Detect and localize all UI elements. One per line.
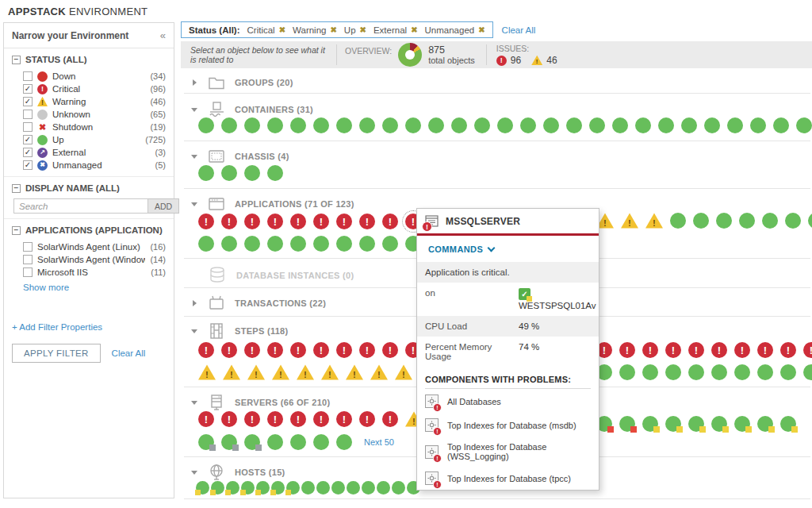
object-status-up-icon[interactable] — [290, 117, 306, 133]
object-status-up-icon[interactable] — [347, 481, 360, 495]
object-status-warning-icon[interactable] — [198, 364, 216, 380]
checkbox[interactable]: ✓ — [23, 148, 33, 157]
object-status-warning-icon[interactable] — [395, 364, 412, 380]
object-status-critical-icon[interactable] — [359, 411, 375, 427]
object-status-critical-icon[interactable] — [359, 214, 375, 229]
object-status-up-icon[interactable] — [267, 236, 283, 252]
collapse-icon[interactable] — [190, 329, 198, 333]
object-status-critical-icon[interactable] — [803, 342, 812, 358]
section-steps[interactable]: STEPS (118) — [181, 321, 289, 341]
object-status-critical-icon[interactable] — [244, 342, 260, 358]
next-50-link[interactable]: Next 50 — [364, 437, 394, 447]
object-status-critical-icon[interactable] — [267, 214, 283, 229]
object-status-critical-icon[interactable] — [711, 342, 727, 358]
section-transactions[interactable]: TRANSACTIONS (22) — [181, 294, 326, 312]
object-status-critical-icon[interactable] — [382, 342, 398, 358]
object-status-up-yellow-icon[interactable] — [780, 416, 796, 432]
add-filter-properties-link[interactable]: + Add Filter Properties — [12, 322, 102, 332]
status-filter-item-critical[interactable]: ✓!Critical(96) — [12, 83, 166, 95]
object-status-warning-icon[interactable] — [621, 213, 638, 229]
object-status-up-icon[interactable] — [316, 481, 330, 495]
checkbox[interactable] — [23, 110, 33, 119]
object-status-up-icon[interactable] — [520, 117, 536, 133]
object-status-up-icon[interactable] — [221, 165, 237, 181]
application-filter-item[interactable]: SolarWinds Agent (Windows)(14) — [12, 253, 166, 266]
display-name-title[interactable]: − DISPLAY NAME (ALL) — [12, 183, 166, 193]
object-status-up-icon[interactable] — [796, 117, 812, 133]
object-status-up-icon[interactable] — [198, 236, 214, 252]
status-filter-item-unmanaged[interactable]: ✓✖Unmanaged(5) — [12, 159, 166, 171]
object-status-up-icon[interactable] — [612, 117, 628, 133]
object-status-critical-icon[interactable] — [290, 214, 306, 229]
object-status-critical-icon[interactable] — [757, 342, 773, 358]
object-status-critical-icon[interactable] — [336, 411, 352, 427]
object-status-warning-icon[interactable] — [321, 364, 339, 380]
object-status-critical-icon[interactable] — [734, 342, 750, 358]
status-filter-item-warning[interactable]: ✓!Warning(46) — [12, 95, 166, 108]
object-status-warning-icon[interactable] — [223, 364, 240, 380]
object-status-critical-icon[interactable] — [336, 342, 352, 358]
checkbox[interactable]: ✓ — [23, 84, 33, 94]
object-status-up-icon[interactable] — [734, 364, 750, 380]
object-status-critical-icon[interactable] — [244, 411, 260, 427]
object-status-up-icon[interactable] — [543, 117, 559, 133]
object-status-up-icon[interactable] — [392, 481, 405, 495]
object-status-up-icon[interactable] — [780, 364, 796, 380]
object-status-up-yellow-left-icon[interactable] — [241, 481, 255, 495]
problem-component-item[interactable]: !Top Indexes for Database (msdb) — [417, 413, 599, 437]
checkbox[interactable]: ✓ — [23, 160, 33, 170]
object-status-up-icon[interactable] — [244, 236, 260, 252]
object-status-up-icon[interactable] — [704, 117, 720, 133]
object-status-warning-icon[interactable] — [645, 213, 663, 229]
object-status-up-icon[interactable] — [198, 117, 214, 133]
remove-chip-icon[interactable]: ✖ — [411, 25, 417, 34]
object-status-critical-icon[interactable] — [221, 411, 237, 427]
object-status-up-icon[interactable] — [336, 117, 352, 133]
object-status-critical-icon[interactable] — [221, 342, 237, 358]
show-more-link[interactable]: Show more — [23, 283, 69, 292]
object-status-up-icon[interactable] — [336, 236, 352, 252]
checkbox[interactable] — [23, 242, 33, 252]
object-status-up-icon[interactable] — [382, 236, 398, 252]
object-status-up-icon[interactable] — [688, 364, 704, 380]
object-status-up-icon[interactable] — [497, 117, 513, 133]
object-status-up-icon[interactable] — [301, 481, 315, 495]
status-section-title[interactable]: − STATUS (ALL) — [12, 55, 166, 64]
object-status-up-yellow-left-icon[interactable] — [256, 481, 270, 495]
object-status-up-icon[interactable] — [642, 364, 658, 380]
status-filter-item-shutdown[interactable]: ✖Shutdown(19) — [12, 121, 166, 133]
object-status-up-icon[interactable] — [711, 364, 727, 380]
object-status-up-icon[interactable] — [635, 117, 651, 133]
object-status-up-icon[interactable] — [762, 213, 778, 229]
object-status-up-icon[interactable] — [566, 117, 582, 133]
object-status-up-icon[interactable] — [619, 364, 635, 380]
object-status-up-icon[interactable] — [785, 213, 801, 229]
object-status-up-gray-icon[interactable] — [198, 434, 214, 450]
collapse-icon[interactable] — [190, 108, 198, 112]
collapse-icon[interactable] — [190, 471, 198, 475]
section-groups[interactable]: GROUPS (20) — [181, 74, 293, 91]
object-status-up-icon[interactable] — [336, 434, 352, 450]
object-status-up-yellow-icon[interactable] — [757, 416, 773, 432]
object-status-up-yellow-icon[interactable] — [665, 416, 681, 432]
object-status-up-yellow-icon[interactable] — [734, 416, 750, 432]
object-status-critical-icon[interactable] — [221, 214, 237, 229]
object-status-up-icon[interactable] — [221, 117, 237, 133]
application-filter-item[interactable]: SolarWinds Agent (Linux)(16) — [12, 241, 166, 253]
object-status-up-yellow-icon[interactable] — [688, 416, 704, 432]
remove-chip-icon[interactable]: ✖ — [279, 25, 285, 34]
object-status-up-icon[interactable] — [773, 117, 789, 133]
checkbox[interactable] — [23, 122, 33, 132]
object-status-up-icon[interactable] — [267, 117, 283, 133]
remove-chip-icon[interactable]: ✖ — [330, 25, 336, 34]
object-status-up-icon[interactable] — [359, 117, 375, 133]
remove-chip-icon[interactable]: ✖ — [360, 25, 366, 34]
object-status-critical-icon[interactable] — [382, 411, 398, 427]
object-status-up-icon[interactable] — [313, 117, 329, 133]
object-status-up-yellow-left-icon[interactable] — [271, 481, 285, 495]
object-status-up-icon[interactable] — [313, 434, 329, 450]
checkbox[interactable]: ✓ — [23, 97, 33, 106]
object-status-up-icon[interactable] — [474, 117, 490, 133]
object-status-up-icon[interactable] — [267, 165, 283, 181]
object-status-up-icon[interactable] — [670, 213, 686, 229]
